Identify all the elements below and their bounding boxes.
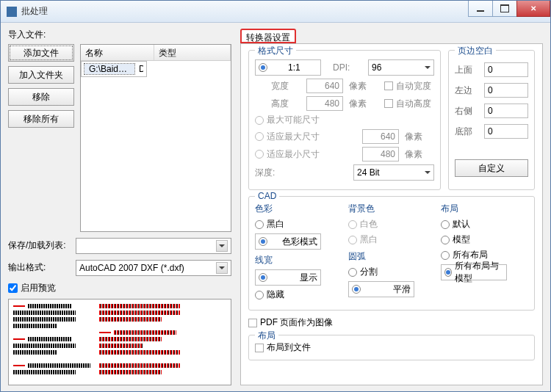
dpi-label: DPI: [333,62,362,73]
save-load-row: 保存/加载列表: [8,238,231,254]
add-file-button[interactable]: 添加文件 [8,44,74,62]
chevron-down-icon [425,167,431,178]
output-format-row: 输出格式: AutoCAD 2007 DXF (*.dxf) [8,260,231,276]
margin-right-input[interactable]: 0 [484,104,528,118]
width-input[interactable]: 640 [306,79,343,93]
fit-min-radio[interactable]: 适应最小尺寸 [255,148,320,161]
preview-pane [8,299,231,385]
cad-group: CAD 色彩 黑白 色彩模式 线宽 显示 隐藏 背景色 白色 [248,196,535,311]
arc-legend: 圆弧 [348,250,436,263]
chevron-down-icon [216,240,228,252]
hide-radio[interactable]: 隐藏 [255,288,284,301]
tab-body: 格式尺寸 1:1 DPI: 96 宽度 640 像素 自动宽度 [240,43,543,385]
margin-top-input[interactable]: 0 [484,62,528,77]
color-legend: 色彩 [255,203,342,215]
bg-black-radio[interactable]: 黑白 [348,233,378,246]
tab-converter-settings[interactable]: 转换器设置 [240,29,296,43]
line-legend: 线宽 [255,254,342,266]
remove-all-button[interactable]: 移除所有 [8,110,74,128]
smooth-radio[interactable]: 平滑 [348,281,414,297]
depth-select[interactable]: 24 Bit [353,164,434,181]
col-type[interactable]: 类型 [154,45,231,60]
max-possible-radio[interactable]: 最大可能尺寸 [255,114,320,126]
fit-max-input[interactable]: 640 [362,129,399,144]
enable-preview-input[interactable] [8,283,18,293]
file-type-cell: DWG [134,64,143,74]
width-label: 宽度 [271,80,300,92]
cad-legend: CAD [255,191,279,201]
margin-top-label: 上面 [455,64,478,76]
remove-button[interactable]: 移除 [8,88,74,106]
color-mode-radio[interactable]: 色彩模式 [255,233,321,250]
format-size-legend: 格式尺寸 [255,45,296,57]
window-buttons [469,1,550,22]
maximize-button[interactable] [492,1,517,17]
window-title: 批处理 [21,5,469,18]
margin-left-input[interactable]: 0 [484,83,528,98]
layout-legend: 布局 [441,203,528,215]
close-button[interactable] [516,1,550,17]
save-load-label: 保存/加载列表: [8,239,71,252]
output-format-combo[interactable]: AutoCAD 2007 DXF (*.dxf) [76,260,231,276]
file-name-cell: G:\BaiduNet... [84,64,134,74]
bw-radio[interactable]: 黑白 [255,218,284,231]
client-area: 导入文件: 添加文件 加入文件夹 移除 移除所有 名称 类型 G:\BaiduN… [1,23,550,391]
tab-header: 转换器设置 [240,29,543,43]
add-folder-button[interactable]: 加入文件夹 [8,66,74,84]
file-list[interactable]: 名称 类型 G:\BaiduNet... DWG [80,44,231,232]
layout-all-model-radio[interactable]: 所有布局与模型 [441,264,507,280]
fit-min-input[interactable]: 480 [362,147,399,161]
auto-height-checkbox[interactable]: 自动高度 [384,98,431,110]
margin-bottom-input[interactable]: 0 [484,124,528,139]
layout-model-radio[interactable]: 模型 [441,233,470,246]
split-radio[interactable]: 分割 [348,266,378,278]
file-list-body: G:\BaiduNet... DWG [81,61,231,231]
left-panel: 导入文件: 添加文件 加入文件夹 移除 移除所有 名称 类型 G:\BaiduN… [8,29,231,385]
file-row[interactable]: G:\BaiduNet... DWG [81,61,147,77]
ratio-11-radio[interactable]: 1:1 [255,59,321,76]
bg-white-radio[interactable]: 白色 [348,218,378,231]
bg-legend: 背景色 [348,203,436,215]
layout-to-file-checkbox[interactable]: 布局到文件 [255,341,528,354]
enable-preview-checkbox[interactable]: 启用预览 [8,282,231,294]
chevron-down-icon [216,262,228,274]
margin-left-label: 左边 [455,84,478,97]
save-load-combo[interactable] [76,238,231,254]
right-panel: 转换器设置 格式尺寸 1:1 DPI: 96 [240,29,543,385]
app-icon [7,7,17,17]
fit-max-radio[interactable]: 适应最大尺寸 [255,131,320,143]
height-input[interactable]: 480 [306,96,343,111]
enable-preview-label: 启用预览 [21,282,56,294]
file-list-header: 名称 类型 [81,45,231,61]
margin-bottom-label: 底部 [455,126,478,138]
titlebar: 批处理 [1,1,550,23]
import-files-label: 导入文件: [8,29,231,41]
margins-legend: 页边空白 [455,45,496,57]
format-size-group: 格式尺寸 1:1 DPI: 96 宽度 640 像素 自动宽度 [248,50,441,190]
height-label: 高度 [271,98,300,110]
depth-label: 深度: [255,167,284,179]
layout2-group: 布局 布局到文件 [248,335,535,360]
show-radio[interactable]: 显示 [255,269,321,286]
import-buttons: 添加文件 加入文件夹 移除 移除所有 [8,44,74,232]
margins-group: 页边空白 上面0 左边0 右侧0 底部0 自定义 [448,50,535,190]
batch-window: 批处理 导入文件: 添加文件 加入文件夹 移除 移除所有 名称 类型 [0,0,551,392]
layout-default-radio[interactable]: 默认 [441,218,470,231]
custom-button[interactable]: 自定义 [455,159,528,177]
chevron-down-icon [425,62,431,73]
pdf-as-image-checkbox[interactable]: PDF 页面作为图像 [248,316,535,329]
margin-right-label: 右侧 [455,105,478,117]
auto-width-checkbox[interactable]: 自动宽度 [384,80,431,92]
layout2-legend: 布局 [255,330,278,342]
output-format-label: 输出格式: [8,261,71,274]
output-format-value: AutoCAD 2007 DXF (*.dxf) [79,263,184,273]
minimize-button[interactable] [468,1,493,17]
dpi-select[interactable]: 96 [368,59,434,76]
col-name[interactable]: 名称 [81,45,154,60]
